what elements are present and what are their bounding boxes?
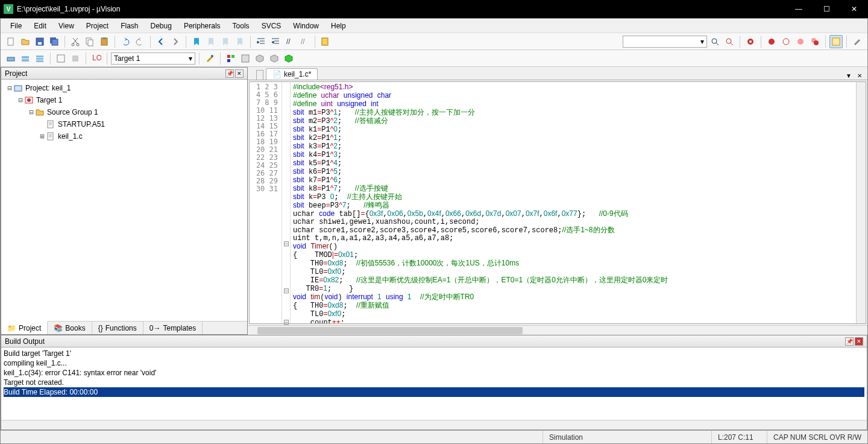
panel-pin-icon[interactable]: 📌 — [225, 69, 234, 78]
tree-node[interactable]: ⊟Target 1 — [4, 94, 245, 106]
panel-close-icon[interactable]: ✕ — [235, 69, 244, 78]
comment-icon[interactable]: // — [283, 35, 297, 48]
editor-tab-nav-icon[interactable] — [256, 70, 263, 80]
find-icon[interactable] — [708, 35, 722, 48]
new-file-icon[interactable] — [4, 35, 17, 48]
project-tab-templates[interactable]: 0→Templates — [143, 322, 203, 334]
breakpoint-killall-icon[interactable] — [808, 35, 822, 48]
open-icon[interactable] — [19, 35, 32, 48]
uncomment-icon[interactable]: // — [298, 35, 311, 48]
menu-view[interactable]: View — [52, 21, 80, 31]
tree-node[interactable]: ⊞keil_1.c — [4, 130, 245, 142]
batch-build-icon[interactable] — [54, 52, 68, 65]
close-button[interactable]: ✕ — [840, 0, 868, 18]
build-hscroll[interactable] — [1, 420, 867, 430]
svg-rect-36 — [227, 59, 230, 62]
build-output-body[interactable]: Build target 'Target 1'compiling keil_1.… — [1, 347, 867, 420]
svg-rect-30 — [57, 55, 64, 62]
download-icon[interactable]: LOAD — [90, 52, 103, 65]
nav-back-icon[interactable] — [154, 35, 168, 48]
menu-flash[interactable]: Flash — [115, 21, 144, 31]
panel-close-icon[interactable]: ✕ — [855, 337, 863, 346]
panel-pin-icon[interactable]: 📌 — [845, 337, 854, 346]
menu-window[interactable]: Window — [287, 21, 325, 31]
rebuild-icon[interactable] — [33, 52, 46, 65]
tree-node[interactable]: ⊟Source Group 1 — [4, 106, 245, 118]
file-ext-icon[interactable] — [239, 52, 252, 65]
unindent-icon[interactable] — [269, 35, 282, 48]
redo-icon[interactable] — [133, 35, 146, 48]
bookmark-clear-icon[interactable] — [233, 35, 247, 48]
editor-close-icon[interactable]: ✕ — [855, 71, 864, 80]
menu-edit[interactable]: Edit — [28, 21, 52, 31]
code-editor[interactable]: 1 2 3 4 5 6 7 8 9 10 11 12 13 14 15 16 1… — [249, 81, 866, 324]
svg-text://: // — [301, 37, 305, 46]
window-layout-icon[interactable] — [829, 35, 843, 48]
project-tab-books[interactable]: 📚Books — [48, 322, 92, 334]
svg-rect-2 — [38, 42, 42, 45]
horizontal-scrollbar[interactable] — [248, 325, 867, 335]
fold-gutter[interactable]: ⊟⊟⊟ — [282, 82, 291, 323]
svg-rect-34 — [227, 55, 230, 58]
svg-point-40 — [27, 98, 31, 102]
project-panel: Project 📌 ✕ ⊟Project: keil_1⊟Target 1⊟So… — [1, 67, 248, 335]
svg-rect-23 — [832, 38, 840, 45]
status-cursor: L:207 C:11 — [711, 431, 767, 443]
breakpoint-insert-icon[interactable] — [765, 35, 778, 48]
bookmark-prev-icon[interactable] — [204, 35, 218, 48]
find-combo[interactable]: ▾ — [623, 36, 707, 48]
status-indicators: CAP NUM SCRL OVR R/W — [767, 431, 867, 443]
target-select[interactable]: Target 1▾ — [111, 52, 195, 65]
bookmark-next-icon[interactable] — [219, 35, 232, 48]
toolbar-main: // // ▾ — [1, 33, 867, 50]
save-icon[interactable] — [33, 35, 46, 48]
menu-svcs[interactable]: SVCS — [256, 21, 288, 31]
translate-icon[interactable] — [4, 52, 17, 65]
vertical-scrollbar[interactable] — [856, 82, 866, 323]
build-icon[interactable] — [19, 52, 32, 65]
svg-rect-37 — [242, 55, 249, 62]
save-all-icon[interactable] — [48, 35, 61, 48]
tree-node[interactable]: ⊟Project: keil_1 — [4, 82, 245, 94]
project-tab-project[interactable]: 📁Project — [1, 321, 48, 334]
code-body[interactable]: #include<reg51.h> #define uchar unsigned… — [291, 82, 856, 323]
editor-tab-active[interactable]: 📄 keil_1.c* — [266, 68, 318, 80]
tree-node[interactable]: STARTUP.A51 — [4, 118, 245, 130]
pack-installer-icon[interactable] — [268, 52, 281, 65]
project-tab-functions[interactable]: {}Functions — [92, 322, 143, 334]
project-tree[interactable]: ⊟Project: keil_1⊟Target 1⊟Source Group 1… — [1, 80, 247, 321]
menu-help[interactable]: Help — [325, 21, 352, 31]
menu-debug[interactable]: Debug — [145, 21, 178, 31]
menu-tools[interactable]: Tools — [227, 21, 256, 31]
menu-peripherals[interactable]: Peripherals — [178, 21, 227, 31]
maximize-button[interactable]: ☐ — [813, 0, 840, 18]
configure-icon[interactable] — [851, 35, 864, 48]
paste-icon[interactable] — [98, 35, 111, 48]
undo-icon[interactable] — [119, 35, 132, 48]
copy-icon[interactable] — [83, 35, 96, 48]
cut-icon[interactable] — [69, 35, 82, 48]
svg-rect-4 — [52, 39, 58, 45]
manage-project-icon[interactable] — [224, 52, 237, 65]
stop-build-icon[interactable] — [69, 52, 82, 65]
menu-project[interactable]: Project — [80, 21, 115, 31]
window-title: E:\project\keil_1.uvproj - µVision — [17, 5, 785, 13]
bookmark-icon[interactable] — [190, 35, 203, 48]
debug-icon[interactable] — [744, 35, 757, 48]
svg-rect-29 — [36, 60, 43, 62]
breakpoint-kill-icon[interactable] — [794, 35, 807, 48]
books-icon[interactable] — [282, 52, 295, 65]
build-output-panel: Build Output 📌 ✕ Build target 'Target 1'… — [1, 335, 867, 430]
svg-text://: // — [286, 37, 291, 46]
indent-icon[interactable] — [254, 35, 268, 48]
find-in-files-icon[interactable] — [319, 35, 332, 48]
target-options-icon[interactable] — [203, 52, 216, 65]
build-panel-title: Build Output 📌 ✕ — [1, 335, 867, 347]
manage-rte-icon[interactable] — [253, 52, 266, 65]
breakpoint-disable-icon[interactable] — [779, 35, 793, 48]
nav-fwd-icon[interactable] — [169, 35, 182, 48]
menu-file[interactable]: File — [4, 21, 28, 31]
incremental-find-icon[interactable] — [723, 35, 736, 48]
editor-dropdown-icon[interactable]: ▼ — [844, 71, 853, 80]
minimize-button[interactable]: — — [785, 0, 813, 18]
